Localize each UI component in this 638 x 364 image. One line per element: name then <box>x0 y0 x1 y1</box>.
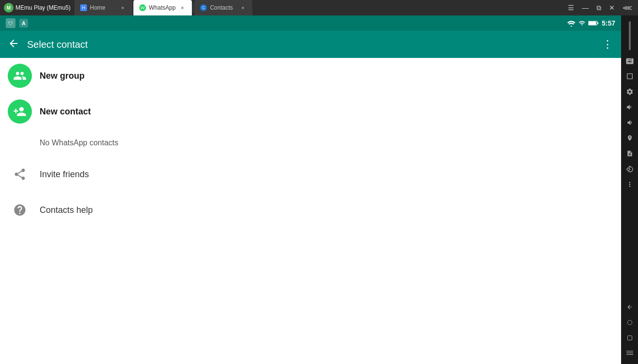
home-tab-close[interactable]: × <box>119 4 127 12</box>
svg-rect-4 <box>627 336 632 340</box>
new-contact-item[interactable]: New contact <box>0 94 621 129</box>
right-sidebar <box>621 15 638 364</box>
svg-point-3 <box>627 320 632 324</box>
android-menu-button[interactable] <box>623 347 637 360</box>
browser-chrome: M MEmu Play (MEmu5) H Home × W WhatsApp … <box>0 0 638 15</box>
memu-icon: M <box>4 3 14 13</box>
tab-separator <box>193 3 193 13</box>
android-back-button[interactable] <box>623 300 637 314</box>
wifi-icon <box>567 20 576 27</box>
header-title: Select contact <box>27 39 602 50</box>
shield-icon: 🛡 <box>6 18 15 28</box>
scrollbar-indicator[interactable] <box>629 21 631 50</box>
back-button[interactable] <box>8 38 19 52</box>
home-tab-favicon: H <box>80 4 87 11</box>
invite-friends-item[interactable]: Invite friends <box>0 156 621 192</box>
emulator-area: 🛡 A 5:57 <box>0 15 621 364</box>
svg-rect-1 <box>597 22 598 24</box>
memu-title: MEmu Play (MEmu5) <box>15 4 71 11</box>
tabs-area: H Home × W WhatsApp × C Contacts × <box>74 0 562 15</box>
contacts-help-icon <box>8 198 32 222</box>
browser-menu-btn[interactable]: ☰ <box>566 3 576 13</box>
keyboard-button[interactable] <box>623 54 637 68</box>
settings-button[interactable] <box>623 85 637 98</box>
app-content: New group New contact No WhatsApp contac… <box>0 58 621 364</box>
back-arrow-icon <box>8 38 19 49</box>
new-group-label: New group <box>40 71 85 81</box>
location-button[interactable] <box>623 131 637 145</box>
share-icon <box>13 168 27 181</box>
browser-minimize-btn[interactable]: — <box>580 3 591 13</box>
svg-rect-6 <box>626 352 633 353</box>
invite-friends-label: Invite friends <box>40 169 89 180</box>
contacts-help-label: Contacts help <box>40 205 93 215</box>
whatsapp-tab-favicon: W <box>139 4 146 11</box>
rotate-button[interactable] <box>623 162 637 176</box>
app-header: Select contact ⋮ <box>0 31 621 58</box>
volume-down-button[interactable] <box>623 116 637 129</box>
status-bar-right: 5:57 <box>567 19 615 27</box>
header-menu-button[interactable]: ⋮ <box>602 38 613 51</box>
volume-up-button[interactable] <box>623 100 637 114</box>
contacts-tab-close[interactable]: × <box>239 4 246 12</box>
memu-logo: M MEmu Play (MEmu5) <box>4 3 71 13</box>
resolution-button[interactable] <box>623 70 637 83</box>
status-a-icon: A <box>19 19 28 28</box>
help-icon <box>13 203 27 217</box>
battery-icon <box>588 20 599 27</box>
home-tab-label: Home <box>90 4 116 11</box>
svg-rect-5 <box>626 351 633 351</box>
status-time: 5:57 <box>602 19 615 27</box>
invite-friends-icon <box>8 162 32 186</box>
android-home-button[interactable] <box>623 316 637 329</box>
browser-controls: ☰ — ⧉ ✕ ⋘ <box>566 3 634 13</box>
more-button[interactable] <box>623 178 637 191</box>
svg-rect-8 <box>630 354 633 355</box>
tab-home[interactable]: H Home × <box>74 0 132 15</box>
group-icon <box>13 69 27 83</box>
browser-close-btn[interactable]: ✕ <box>607 3 617 13</box>
new-group-icon <box>8 64 32 88</box>
android-status-bar: 🛡 A 5:57 <box>0 15 621 31</box>
signal-icon <box>579 20 585 27</box>
tab-contacts[interactable]: C Contacts × <box>194 0 252 15</box>
browser-restore-btn[interactable]: ⧉ <box>594 3 603 13</box>
whatsapp-tab-close[interactable]: × <box>178 4 186 12</box>
new-contact-label: New contact <box>40 107 91 117</box>
new-contact-icon <box>8 99 32 124</box>
svg-rect-2 <box>589 22 596 25</box>
no-contacts-text: No WhatsApp contacts <box>0 129 621 156</box>
status-bar-left: 🛡 A <box>6 18 28 28</box>
contacts-help-item[interactable]: Contacts help <box>0 192 621 228</box>
new-group-item[interactable]: New group <box>0 58 621 94</box>
main-container: 🛡 A 5:57 <box>0 15 638 364</box>
contacts-tab-label: Contacts <box>210 4 236 11</box>
whatsapp-tab-label: WhatsApp <box>149 4 175 11</box>
contacts-tab-favicon: C <box>200 4 207 11</box>
tab-whatsapp[interactable]: W WhatsApp × <box>133 0 192 15</box>
files-button[interactable] <box>623 147 637 160</box>
person-add-icon <box>13 105 27 118</box>
browser-expand-btn[interactable]: ⋘ <box>621 3 634 13</box>
android-recents-button[interactable] <box>623 331 637 345</box>
